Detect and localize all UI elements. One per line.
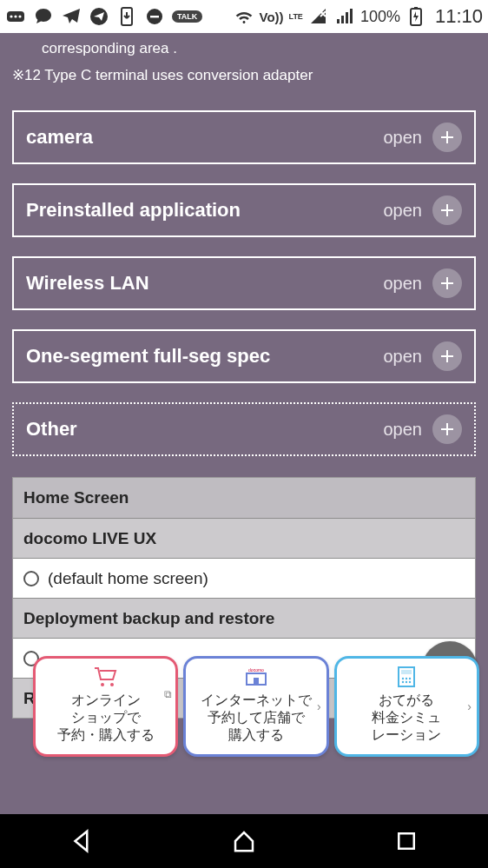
- accordion-open-label: open: [384, 128, 423, 148]
- plus-icon: [432, 414, 462, 444]
- svg-rect-8: [337, 19, 340, 23]
- cta-label: オンライン ショップで 予約・購入する: [57, 692, 155, 744]
- nav-recent-button[interactable]: [376, 824, 437, 858]
- svg-rect-11: [350, 9, 353, 23]
- cta-label: インターネットで 予約して店舗で 購入する: [201, 692, 312, 744]
- svg-point-15: [110, 683, 114, 686]
- clock: 11:10: [435, 5, 483, 28]
- status-right-icons: Vo)) LTE 100% 11:10: [234, 5, 484, 28]
- battery-charging-icon: [406, 6, 426, 27]
- partial-line: corresponding area .: [12, 38, 476, 60]
- status-left-icons: TALK: [5, 6, 202, 27]
- accordion-open-label: open: [384, 347, 423, 367]
- talk-badge-icon: TALK: [172, 10, 202, 23]
- svg-rect-9: [341, 16, 344, 23]
- accordion-title: Wireless LAN: [26, 272, 149, 295]
- calculator-icon: [392, 664, 420, 690]
- table-header-text: Home Screen: [23, 488, 129, 507]
- accordion-wireless-lan[interactable]: Wireless LAN open: [12, 256, 476, 310]
- plus-icon: [432, 123, 462, 152]
- svg-point-21: [402, 678, 404, 679]
- svg-point-1: [10, 15, 12, 17]
- table-subheader-text: Deployment backup and restore: [23, 609, 274, 628]
- radio-icon[interactable]: [23, 571, 39, 586]
- table-cell-text: (default home screen): [48, 569, 208, 588]
- table-subheader: docomo LIVE UX: [13, 518, 475, 558]
- store-icon: docomo: [242, 664, 270, 690]
- battery-percentage: 100%: [360, 8, 400, 26]
- accordion-other[interactable]: Other open: [12, 402, 476, 456]
- svg-point-22: [406, 678, 407, 679]
- copy-icon: ⧉: [164, 688, 172, 700]
- table-row[interactable]: (default home screen): [13, 558, 475, 598]
- svg-rect-10: [346, 12, 348, 23]
- svg-rect-13: [414, 7, 418, 9]
- table-subheader-text: docomo LIVE UX: [23, 529, 156, 548]
- accordion-camera[interactable]: camera open: [12, 110, 476, 164]
- table-subheader: Deployment backup and restore: [13, 598, 475, 638]
- footnote-12: ※12 Type C terminal uses conversion adap…: [12, 65, 476, 87]
- volte-icon: Vo)): [260, 10, 284, 24]
- accordion-title: camera: [26, 126, 93, 149]
- more-notifications-icon: [5, 6, 26, 27]
- accordion-open-label: open: [384, 274, 423, 294]
- accordion-title: Preinstalled application: [26, 199, 241, 222]
- nav-home-button[interactable]: [214, 824, 274, 858]
- nav-back-button[interactable]: [51, 824, 112, 858]
- cart-icon: [92, 664, 120, 690]
- svg-rect-27: [399, 833, 415, 849]
- cta-simulation[interactable]: › おてがる 料金シミュ レーション: [334, 656, 479, 757]
- svg-text:docomo: docomo: [248, 667, 264, 673]
- cta-label: おてがる 料金シミュ レーション: [372, 692, 441, 744]
- signal-icon: [334, 6, 355, 27]
- svg-point-23: [409, 678, 411, 679]
- svg-point-2: [14, 15, 16, 17]
- back-icon: [69, 828, 95, 854]
- wifi-icon: [234, 6, 254, 27]
- svg-point-24: [402, 681, 404, 683]
- send-icon: [89, 6, 109, 27]
- system-nav-bar: [0, 814, 488, 868]
- accordion-list: camera open Preinstalled application ope…: [12, 110, 476, 456]
- system-update-icon: [116, 6, 137, 27]
- cta-row: ⧉ オンライン ショップで 予約・購入する docomo › インターネットで …: [33, 656, 479, 757]
- accordion-one-seg[interactable]: One-segment full-seg spec open: [12, 329, 476, 383]
- svg-point-3: [18, 15, 21, 17]
- plus-icon: [432, 268, 462, 298]
- plus-icon: [432, 341, 462, 371]
- no-signal-icon: [308, 6, 329, 27]
- page-content: corresponding area . ※12 Type C terminal…: [0, 33, 488, 814]
- svg-rect-7: [150, 16, 159, 17]
- dnd-icon: [144, 6, 165, 27]
- svg-point-14: [101, 683, 104, 686]
- table-header: Home Screen: [13, 478, 475, 518]
- top-text-block: corresponding area . ※12 Type C terminal…: [12, 38, 476, 86]
- accordion-open-label: open: [384, 201, 423, 221]
- plus-icon: [432, 195, 462, 225]
- svg-point-26: [409, 681, 411, 683]
- svg-point-25: [406, 681, 407, 683]
- chevron-right-icon: ›: [467, 699, 472, 713]
- accordion-preinstalled[interactable]: Preinstalled application open: [12, 183, 476, 237]
- telegram-icon: [61, 6, 82, 27]
- lte-label: LTE: [289, 12, 303, 21]
- chat-icon: [33, 6, 54, 27]
- accordion-open-label: open: [384, 420, 423, 440]
- status-bar: TALK Vo)) LTE 100% 11:10: [0, 0, 488, 33]
- svg-rect-20: [401, 670, 412, 674]
- cta-reserve-store[interactable]: docomo › インターネットで 予約して店舗で 購入する: [183, 656, 328, 757]
- recent-apps-icon: [393, 828, 419, 854]
- svg-rect-18: [254, 678, 259, 685]
- chevron-right-icon: ›: [317, 699, 321, 713]
- home-icon: [231, 828, 257, 854]
- accordion-title: One-segment full-seg spec: [26, 345, 270, 368]
- accordion-title: Other: [26, 418, 77, 441]
- cta-online-shop[interactable]: ⧉ オンライン ショップで 予約・購入する: [33, 656, 178, 757]
